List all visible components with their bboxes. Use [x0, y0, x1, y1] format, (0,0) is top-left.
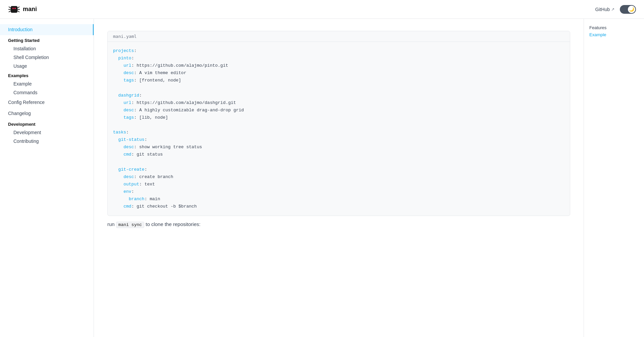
sidebar-item-changelog[interactable]: Changelog — [0, 108, 94, 119]
nav-right: GitHub ↗ 🌙 — [595, 5, 636, 14]
toggle-emoji: 🌙 — [629, 7, 634, 12]
toggle-knob: 🌙 — [628, 6, 635, 13]
logo-area[interactable]: mani — [8, 3, 37, 15]
inline-code-mani-sync: mani sync — [116, 222, 144, 228]
toc-item-features[interactable]: Features — [589, 24, 639, 31]
external-link-icon: ↗ — [611, 7, 614, 12]
main-content: mani.yaml projects: pinto: url: https://… — [94, 19, 584, 337]
svg-rect-1 — [12, 8, 14, 9]
svg-rect-2 — [14, 8, 16, 9]
sidebar-item-contributing[interactable]: Contributing — [0, 137, 94, 146]
prose-suffix: to clone the repositories: — [144, 221, 201, 227]
sidebar-section-examples: Examples — [0, 70, 94, 79]
content-wrap: mani.yaml projects: pinto: url: https://… — [94, 19, 644, 337]
sidebar-item-example[interactable]: Example — [0, 79, 94, 88]
sidebar-item-config-reference[interactable]: Config Reference — [0, 97, 94, 108]
code-content: projects: pinto: url: https://github.com… — [108, 42, 570, 216]
code-block: mani.yaml projects: pinto: url: https://… — [107, 31, 570, 216]
svg-rect-0 — [11, 6, 17, 13]
sidebar-item-commands[interactable]: Commands — [0, 88, 94, 97]
sidebar: Introduction Getting Started Installatio… — [0, 19, 94, 337]
sidebar-section-development: Development — [0, 119, 94, 128]
dark-mode-toggle[interactable]: 🌙 — [620, 5, 636, 14]
logo-icon — [8, 3, 20, 15]
prose-paragraph: run mani sync to clone the repositories: — [107, 220, 570, 229]
sidebar-item-development[interactable]: Development — [0, 128, 94, 137]
github-link[interactable]: GitHub ↗ — [595, 7, 614, 12]
code-filename: mani.yaml — [108, 31, 570, 42]
toc: Features Example — [584, 19, 644, 337]
github-label: GitHub — [595, 7, 610, 12]
sidebar-section-getting-started: Getting Started — [0, 35, 94, 44]
sidebar-item-usage[interactable]: Usage — [0, 62, 94, 70]
sidebar-item-introduction[interactable]: Introduction — [0, 24, 94, 35]
svg-line-3 — [9, 7, 11, 8]
main-layout: Introduction Getting Started Installatio… — [0, 19, 644, 337]
sidebar-item-shell-completion[interactable]: Shell Completion — [0, 53, 94, 62]
topnav: mani GitHub ↗ 🌙 — [0, 0, 644, 19]
svg-line-8 — [17, 11, 19, 12]
sidebar-item-installation[interactable]: Installation — [0, 44, 94, 53]
svg-line-6 — [17, 7, 19, 8]
prose-prefix: run — [107, 221, 116, 227]
logo-text: mani — [23, 6, 37, 13]
svg-line-5 — [9, 11, 11, 12]
toc-item-example[interactable]: Example — [589, 31, 639, 38]
